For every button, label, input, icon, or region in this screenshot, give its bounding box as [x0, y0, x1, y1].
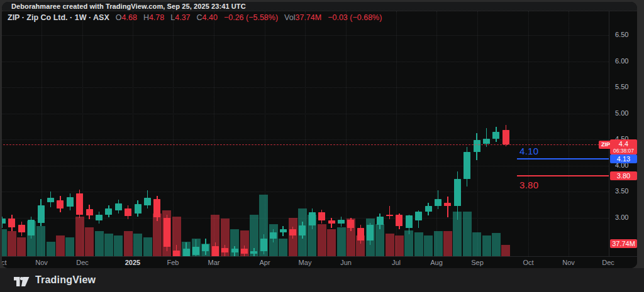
candle[interactable]: [144, 198, 151, 205]
candle[interactable]: [464, 152, 470, 179]
candle[interactable]: [396, 215, 402, 225]
candle[interactable]: [231, 249, 238, 252]
candle[interactable]: [105, 208, 112, 215]
volume-bar: [85, 227, 94, 256]
candle[interactable]: [18, 225, 25, 232]
candle[interactable]: [270, 232, 277, 239]
candle[interactable]: [8, 219, 15, 227]
time-tick-label: Jul: [384, 259, 409, 266]
time-tick-label: Oct: [2, 259, 14, 266]
candle[interactable]: [183, 249, 190, 256]
time-tick-label: Nov: [29, 259, 54, 266]
candle[interactable]: [38, 205, 45, 222]
candle[interactable]: [425, 206, 432, 212]
price-tick-label: 5.00: [615, 109, 636, 117]
volume-bar: [463, 212, 472, 256]
candle[interactable]: [135, 204, 142, 214]
candle[interactable]: [386, 215, 393, 216]
candle[interactable]: [2, 219, 6, 224]
candle[interactable]: [338, 220, 345, 224]
candle[interactable]: [357, 228, 364, 241]
candle[interactable]: [57, 200, 64, 208]
candle[interactable]: [454, 179, 461, 206]
candle[interactable]: [221, 248, 228, 252]
candle[interactable]: [318, 212, 325, 220]
candle[interactable]: [435, 199, 441, 206]
time-tick-label: 2025: [120, 259, 145, 266]
horizontal-line-drawing[interactable]: [517, 175, 609, 176]
symbol-title[interactable]: ZIP · Zip Co Ltd. · 1W · ASX: [8, 13, 109, 22]
candle[interactable]: [86, 209, 93, 215]
candle[interactable]: [192, 247, 199, 255]
candle[interactable]: [309, 212, 316, 225]
price-tick-label: 3.00: [615, 214, 636, 221]
level-axis-badge: 4.13: [610, 154, 637, 163]
candle[interactable]: [173, 251, 180, 256]
time-tick-label: Dec: [70, 259, 95, 266]
volume-bar: [482, 235, 491, 256]
ohlc-high: H4.78: [143, 13, 164, 22]
symbol-legend[interactable]: ZIP · Zip Co Ltd. · 1W · ASX O4.68 H4.78…: [8, 13, 382, 22]
tradingview-wordmark[interactable]: TradingView: [35, 274, 96, 286]
candle[interactable]: [260, 239, 267, 251]
candle[interactable]: [212, 246, 219, 256]
candle[interactable]: [250, 251, 257, 254]
bar-countdown: 06:38:07: [610, 148, 637, 154]
price-tick-label: 3.50: [615, 187, 636, 195]
volume-bar: [143, 237, 152, 256]
price-tick-label: 6.00: [615, 57, 636, 65]
candle[interactable]: [47, 198, 54, 202]
volume-bar: [414, 232, 423, 256]
candle[interactable]: [125, 208, 131, 216]
candle[interactable]: [76, 193, 83, 215]
volume-bar: [501, 245, 510, 256]
last-price-line: [2, 144, 609, 145]
candle[interactable]: [202, 244, 209, 252]
candle[interactable]: [164, 218, 170, 247]
candle[interactable]: [492, 132, 499, 139]
price-pane[interactable]: 4.103.80: [2, 2, 609, 256]
volume-bar: [124, 231, 133, 256]
volume-change: −0.03 (−0.68%): [328, 13, 382, 22]
candle[interactable]: [28, 220, 35, 235]
candle[interactable]: [347, 220, 354, 228]
volume-bar: [114, 235, 123, 256]
horizontal-line-drawing[interactable]: [517, 158, 609, 160]
footer-bar: TradingView: [0, 268, 644, 292]
candle[interactable]: [299, 225, 306, 235]
candle-wick: [389, 206, 391, 219]
volume-bar: [104, 234, 113, 256]
candle[interactable]: [96, 215, 103, 221]
price-change: −0.26 (−5.58%): [224, 13, 278, 22]
ohlc-low: L4.37: [170, 13, 190, 22]
volume-bar: [327, 229, 336, 256]
volume-bar: [434, 231, 443, 256]
time-axis[interactable]: [2, 256, 637, 268]
volume-bar: [443, 231, 452, 256]
candle[interactable]: [328, 220, 335, 224]
last-price-badge: 4.4 06:38:07: [610, 139, 637, 154]
candle[interactable]: [483, 139, 490, 143]
candle[interactable]: [367, 225, 374, 241]
volume-bar: [17, 237, 26, 256]
volume-bar: [472, 232, 481, 256]
candle[interactable]: [444, 203, 451, 206]
candle[interactable]: [289, 229, 296, 235]
candle[interactable]: [415, 212, 422, 220]
volume-bar: [36, 226, 45, 256]
price-annotation-text[interactable]: 4.10: [519, 146, 538, 156]
candle[interactable]: [280, 229, 287, 232]
candle[interactable]: [406, 215, 413, 228]
volume-axis-badge: 37.74M: [610, 239, 637, 248]
candle[interactable]: [115, 203, 122, 210]
candle[interactable]: [474, 140, 480, 152]
time-tick-label: Mar: [201, 259, 226, 266]
time-gridline: [528, 11, 529, 256]
candle[interactable]: [502, 130, 509, 144]
candle[interactable]: [377, 217, 384, 225]
candle[interactable]: [153, 199, 160, 218]
candle[interactable]: [241, 249, 248, 253]
time-tick-label: Oct: [516, 259, 541, 266]
candle[interactable]: [67, 197, 74, 207]
price-annotation-text[interactable]: 3.80: [519, 180, 538, 190]
